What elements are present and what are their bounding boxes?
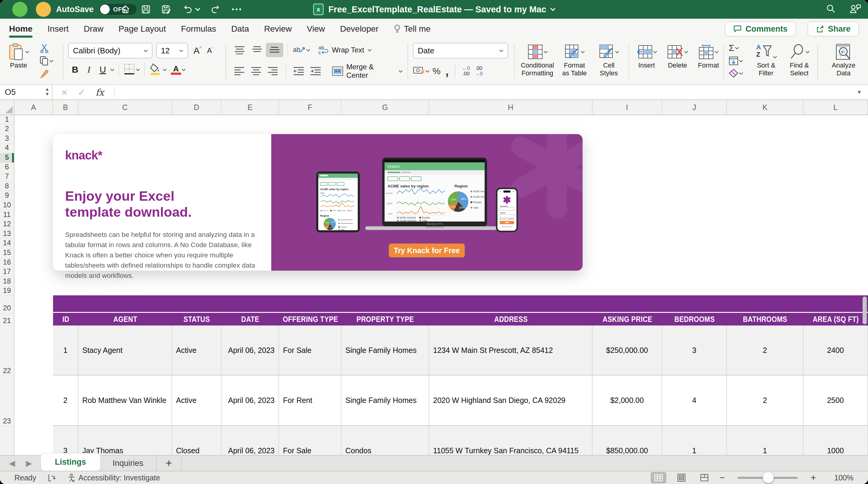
table-cell[interactable]: 1	[53, 326, 79, 375]
tab-review[interactable]: Review	[264, 19, 292, 39]
percent-style-button[interactable]: %	[433, 66, 441, 76]
name-box[interactable]: O5 ▲▼	[0, 85, 53, 99]
column-header[interactable]: B	[53, 100, 79, 115]
zoom-window-button[interactable]	[12, 2, 27, 17]
fill-color-button[interactable]	[149, 63, 162, 77]
column-header[interactable]: J	[662, 100, 727, 115]
borders-menu-chevron-icon[interactable]	[136, 67, 140, 71]
row-header[interactable]: 14	[0, 239, 14, 249]
insert-function-icon[interactable]: fx	[96, 87, 104, 98]
table-cell[interactable]: Single Family Homes	[341, 375, 429, 425]
table-header[interactable]: BEDROOMS	[662, 313, 727, 326]
row-header[interactable]: 10	[0, 201, 14, 210]
tab-formulas[interactable]: Formulas	[181, 19, 216, 39]
table-cell[interactable]: 1	[662, 426, 727, 455]
row-header[interactable]: 21	[0, 313, 14, 326]
paste-button[interactable]: Paste	[8, 42, 29, 69]
table-cell[interactable]: For Sale	[279, 326, 341, 375]
row-header[interactable]: 15	[0, 248, 14, 258]
table-cell[interactable]: For Sale	[279, 426, 341, 455]
table-header[interactable]: PROPERTY TYPE	[341, 313, 429, 326]
table-cell[interactable]: Active	[172, 375, 221, 425]
decrease-font-size-button[interactable]: Aˇ	[207, 47, 213, 55]
banner-image[interactable]: knack* Enjoy your Excel template downloa…	[53, 134, 583, 271]
zoom-in-button[interactable]: +	[810, 472, 816, 483]
select-all-corner[interactable]	[0, 100, 14, 115]
table-cell[interactable]: 2	[53, 375, 79, 425]
copy-button[interactable]	[39, 56, 53, 66]
formula-bar-expand-icon[interactable]: ▼	[857, 89, 868, 95]
table-cell[interactable]: April 06, 2023	[221, 375, 279, 425]
table-cell[interactable]: $250,000.00	[592, 326, 662, 375]
search-icon[interactable]	[826, 4, 836, 15]
table-cell[interactable]: 2500	[804, 375, 868, 425]
table-cell[interactable]: 4	[662, 375, 727, 425]
table-cell[interactable]: 1	[727, 426, 804, 455]
row-header[interactable]: 23	[0, 376, 14, 426]
align-right-button[interactable]	[265, 64, 281, 78]
name-box-stepper[interactable]: ▲▼	[45, 86, 50, 97]
increase-decimal-button[interactable]: .00→0	[475, 66, 483, 77]
zoom-slider[interactable]	[738, 477, 798, 479]
sheet-nav-right-icon[interactable]: ▶	[26, 459, 32, 468]
format-as-table-button[interactable]: Formatas Table	[559, 42, 590, 84]
row-header[interactable]: 13	[0, 229, 14, 239]
table-cell[interactable]: Single Family Homes	[341, 326, 429, 375]
account-icon[interactable]	[849, 4, 861, 15]
sheet-tab-listings[interactable]: Listings	[41, 453, 100, 471]
comma-style-button[interactable]: ,	[445, 68, 449, 74]
decrease-decimal-button[interactable]: ←0.00	[462, 66, 470, 77]
table-cell[interactable]: April 06, 2023	[221, 426, 279, 455]
delete-cells-button[interactable]: Delete	[663, 42, 692, 84]
try-knack-button[interactable]: Try Knack for Free	[389, 243, 465, 258]
clear-button[interactable]	[729, 69, 743, 78]
add-sheet-button[interactable]: +	[157, 456, 182, 471]
row-header[interactable]: 3	[0, 134, 14, 144]
cancel-icon[interactable]: ×	[61, 87, 67, 98]
table-cell[interactable]: $2,000.00	[592, 375, 662, 425]
table-header[interactable]: OFFERING TYPE	[279, 313, 341, 326]
column-header[interactable]: A	[14, 100, 53, 115]
fill-color-menu-chevron-icon[interactable]	[163, 67, 167, 71]
orientation-menu-chevron-icon[interactable]	[306, 48, 310, 52]
increase-indent-button[interactable]	[307, 64, 324, 78]
table-cell[interactable]: 2400	[804, 326, 868, 375]
table-cell[interactable]: Rob Matthew Van Winkle	[79, 375, 172, 425]
tab-home[interactable]: Home	[9, 19, 33, 39]
tab-insert[interactable]: Insert	[48, 19, 69, 39]
table-cell[interactable]: For Rent	[279, 375, 341, 425]
home-icon[interactable]	[121, 4, 130, 14]
table-header[interactable]: DATE	[221, 313, 279, 326]
merge-center-button[interactable]: Merge & Center	[332, 63, 403, 80]
vertical-scrollbar[interactable]	[863, 297, 867, 324]
save-icon[interactable]	[141, 4, 151, 14]
decrease-indent-button[interactable]	[290, 64, 307, 78]
underline-button[interactable]: U	[96, 64, 110, 75]
font-name-select[interactable]: Calibri (Body)	[68, 43, 153, 58]
tab-data[interactable]: Data	[231, 19, 249, 39]
table-header[interactable]: STATUS	[172, 313, 221, 326]
column-header[interactable]: E	[221, 100, 279, 115]
table-cell[interactable]: $850,000.00	[592, 426, 662, 455]
accounting-format-button[interactable]	[413, 66, 425, 76]
font-size-select[interactable]: 12	[156, 43, 188, 58]
table-cell[interactable]: Condos	[341, 426, 429, 455]
row-header[interactable]: 9	[0, 191, 14, 201]
format-painter-button[interactable]	[39, 69, 53, 78]
table-cell[interactable]: 3	[53, 426, 79, 455]
sheet-tab-inquiries[interactable]: Inquiries	[100, 456, 157, 471]
number-format-select[interactable]: Date	[413, 43, 508, 58]
table-cell[interactable]: 1000	[804, 426, 868, 455]
sheet-nav-left-icon[interactable]: ◀	[9, 459, 15, 468]
minimize-window-button[interactable]	[36, 2, 51, 17]
table-cell[interactable]: Jay Thomas	[79, 426, 172, 455]
autosum-button[interactable]: Σ	[729, 43, 743, 53]
row-header[interactable]: 2	[0, 125, 14, 134]
row-header-selected[interactable]: 5	[0, 153, 14, 163]
row-header[interactable]: 8	[0, 182, 14, 191]
row-header[interactable]: 12	[0, 220, 14, 230]
page-break-view-button[interactable]	[696, 472, 712, 483]
conditional-formatting-button[interactable]: ConditionalFormatting	[519, 42, 556, 84]
enter-icon[interactable]: ✓	[78, 87, 85, 98]
share-button[interactable]: Share	[807, 21, 859, 36]
